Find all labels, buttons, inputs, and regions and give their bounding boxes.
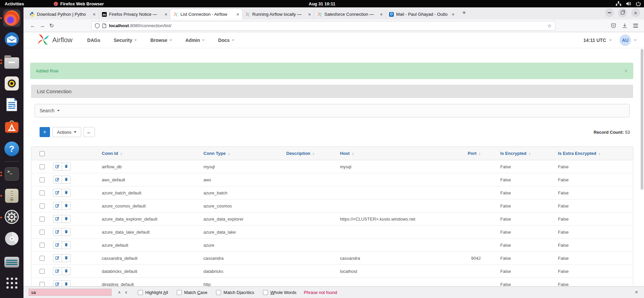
edit-button[interactable] bbox=[53, 215, 62, 223]
row-checkbox[interactable] bbox=[40, 243, 45, 248]
row-checkbox[interactable] bbox=[40, 217, 45, 222]
tab-6[interactable]: OMail - Paul Ghayad - Outlo× bbox=[386, 9, 458, 19]
dock-item-help[interactable]: ? bbox=[3, 140, 20, 158]
delete-button[interactable] bbox=[62, 267, 71, 275]
menu-item-dags[interactable]: DAGs bbox=[87, 38, 100, 43]
delete-button[interactable] bbox=[62, 254, 71, 262]
edit-button[interactable] bbox=[53, 202, 62, 210]
system-tray[interactable] bbox=[616, 1, 641, 6]
airflow-clock[interactable]: 14:11 UTC bbox=[583, 38, 606, 43]
column-header-port[interactable]: Port▲▼ bbox=[447, 147, 484, 160]
row-checkbox[interactable] bbox=[40, 177, 45, 182]
menu-item-docs[interactable]: Docs bbox=[218, 38, 234, 43]
dock-item-document-scanner[interactable] bbox=[3, 252, 20, 270]
dock-item-disk[interactable] bbox=[3, 231, 20, 248]
bookmark-star-icon[interactable]: ☆ bbox=[547, 23, 552, 29]
tab-5[interactable]: Salesforce Connection —× bbox=[314, 9, 386, 19]
delete-button[interactable] bbox=[62, 215, 71, 223]
downloads-icon[interactable] bbox=[622, 23, 627, 28]
checkbox[interactable] bbox=[177, 290, 182, 295]
shield-icon[interactable] bbox=[95, 23, 100, 28]
dock-item-rhythmbox[interactable] bbox=[3, 75, 20, 92]
select-all-checkbox[interactable] bbox=[40, 151, 45, 156]
row-checkbox[interactable] bbox=[40, 256, 45, 261]
tab-close-icon[interactable]: × bbox=[236, 12, 239, 17]
dock-item-thunderbird[interactable] bbox=[3, 31, 20, 49]
activities-button[interactable]: Activities bbox=[5, 1, 24, 6]
search-accordion[interactable]: Search bbox=[35, 104, 630, 117]
close-window-button[interactable]: × bbox=[631, 8, 640, 17]
dock-item-show-applications[interactable] bbox=[3, 274, 20, 292]
tab-close-icon[interactable]: × bbox=[165, 12, 167, 17]
dock-item-libreoffice-writer[interactable] bbox=[3, 97, 20, 114]
delete-button[interactable] bbox=[62, 176, 71, 184]
delete-button[interactable] bbox=[62, 228, 71, 236]
dock-item-archive-manager[interactable] bbox=[3, 187, 20, 204]
checkbox[interactable] bbox=[138, 290, 143, 295]
alert-close-icon[interactable]: × bbox=[625, 68, 628, 74]
dock-item-terminal[interactable]: >_ bbox=[3, 165, 20, 183]
row-checkbox[interactable] bbox=[40, 203, 45, 208]
find-next-icon[interactable]: ∨ bbox=[123, 290, 129, 295]
column-header-conn-id[interactable]: Conn Id▲▼ bbox=[99, 147, 201, 160]
back-nav-button[interactable]: ← bbox=[84, 127, 95, 137]
edit-button[interactable] bbox=[53, 254, 62, 262]
column-header-host[interactable]: Host▲▼ bbox=[337, 147, 447, 160]
edit-button[interactable] bbox=[53, 228, 62, 236]
find-input[interactable] bbox=[29, 289, 112, 296]
pocket-icon[interactable] bbox=[611, 23, 616, 28]
menu-item-browse[interactable]: Browse bbox=[150, 38, 172, 43]
delete-button[interactable] bbox=[62, 241, 71, 249]
find-option-match-case[interactable]: Match Case bbox=[177, 290, 207, 295]
tab-3[interactable]: List Connection - Airflow× bbox=[170, 9, 242, 19]
tab-close-icon[interactable]: × bbox=[452, 12, 454, 17]
tab-1[interactable]: Download Python | Pytho× bbox=[27, 9, 99, 19]
actions-dropdown-button[interactable]: Actions bbox=[52, 127, 81, 137]
restore-button[interactable] bbox=[618, 8, 627, 17]
tab-close-icon[interactable]: × bbox=[93, 12, 96, 17]
edit-button[interactable] bbox=[53, 241, 62, 249]
dock-item-firefox[interactable] bbox=[3, 9, 20, 27]
tab-4[interactable]: Running Airflow locally —× bbox=[242, 9, 314, 19]
page-info-icon[interactable] bbox=[102, 23, 106, 28]
new-tab-button[interactable]: + bbox=[462, 9, 466, 16]
find-close-icon[interactable]: × bbox=[635, 289, 638, 295]
column-header-description[interactable]: Description▲▼ bbox=[284, 147, 337, 160]
find-option-whole-words[interactable]: Whole Words bbox=[263, 290, 297, 295]
dock-item-files[interactable] bbox=[3, 53, 20, 70]
reload-button[interactable]: ↻ bbox=[47, 21, 56, 31]
checkbox[interactable] bbox=[263, 290, 268, 295]
dock-item-ubuntu-software[interactable] bbox=[3, 118, 20, 136]
column-header-is-encrypted[interactable]: Is Encrypted▲▼ bbox=[484, 147, 555, 160]
row-checkbox[interactable] bbox=[40, 269, 45, 274]
menu-icon[interactable] bbox=[633, 24, 638, 27]
add-record-button[interactable]: + bbox=[40, 127, 50, 137]
find-previous-icon[interactable]: ∧ bbox=[116, 290, 122, 295]
avatar[interactable]: AU bbox=[620, 35, 631, 46]
checkbox[interactable] bbox=[216, 290, 221, 295]
column-header-is-extra-encrypted[interactable]: Is Extra Encrypted▲▼ bbox=[555, 147, 633, 160]
scrollbar-thumb[interactable] bbox=[641, 49, 643, 190]
url-bar[interactable]: localhost:8080/connection/list/ ☆ bbox=[91, 21, 555, 31]
find-option-match-diacritics[interactable]: Match Diacritics bbox=[216, 290, 254, 295]
tab-close-icon[interactable]: × bbox=[380, 12, 383, 17]
row-checkbox[interactable] bbox=[40, 164, 45, 169]
column-header-conn-type[interactable]: Conn Type▲▼ bbox=[201, 147, 284, 160]
edit-button[interactable] bbox=[53, 189, 62, 197]
menu-item-admin[interactable]: Admin bbox=[185, 38, 205, 43]
focused-app-menu[interactable]: Firefox Web Browser bbox=[54, 1, 104, 6]
clock-button[interactable]: Aug 31 10:11 bbox=[309, 1, 335, 6]
row-checkbox[interactable] bbox=[40, 190, 45, 195]
back-button[interactable]: ← bbox=[28, 21, 38, 31]
edit-button[interactable] bbox=[53, 176, 62, 184]
row-checkbox[interactable] bbox=[40, 230, 45, 235]
menu-item-security[interactable]: Security bbox=[114, 38, 137, 43]
tab-2[interactable]: mFirefox Privacy Notice —× bbox=[99, 9, 170, 19]
tab-close-icon[interactable]: × bbox=[308, 12, 311, 17]
airflow-brand[interactable]: Airflow bbox=[37, 33, 72, 47]
delete-button[interactable] bbox=[62, 163, 71, 171]
dock-item-settings[interactable] bbox=[3, 209, 20, 226]
delete-button[interactable] bbox=[62, 189, 71, 197]
find-option-highlight-all[interactable]: Highlight All bbox=[138, 290, 168, 295]
forward-button[interactable]: → bbox=[38, 21, 47, 31]
